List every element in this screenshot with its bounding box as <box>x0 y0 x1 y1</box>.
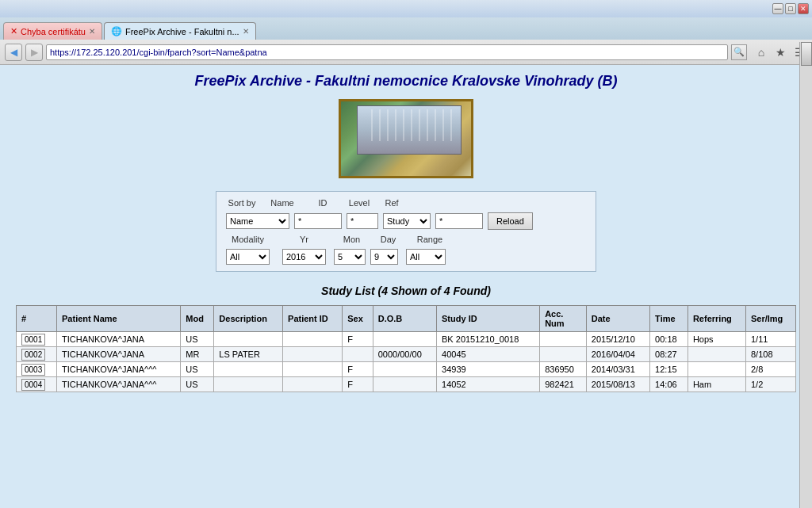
sex: F <box>347 380 353 389</box>
date: 2014/03/31 <box>592 365 635 374</box>
description: LS PATER <box>219 349 260 359</box>
range-select[interactable]: All <box>406 249 446 265</box>
study-id: BK 20151210_0018 <box>442 334 519 344</box>
study-id: 14052 <box>442 380 466 389</box>
col-description: Description <box>214 306 283 332</box>
ref-label: Ref <box>380 198 404 208</box>
ref-input[interactable] <box>435 213 483 229</box>
mon-select[interactable]: 5 <box>334 249 366 265</box>
col-patient-id: Patient ID <box>283 306 343 332</box>
page-title: FreePix Archive - Fakultni nemocnice Kra… <box>16 73 796 90</box>
page-content: FreePix Archive - Fakultni nemocnice Kra… <box>0 65 812 508</box>
row-num: 0002 <box>21 349 45 361</box>
level-select[interactable]: Study <box>383 213 431 229</box>
col-dob: D.O.B <box>373 306 436 332</box>
tab-error-close[interactable]: ✕ <box>89 27 95 36</box>
search-button[interactable]: 🔍 <box>731 44 747 60</box>
filter-row-3: Modality Yr Mon Day Range <box>226 235 586 244</box>
tab-active-close[interactable]: ✕ <box>243 27 249 36</box>
study-id: 40045 <box>442 349 466 359</box>
study-table: # Patient Name Mod Description Patient I… <box>16 305 796 392</box>
title-bar: — □ ✕ <box>0 0 812 17</box>
day-select[interactable]: 9 <box>370 249 398 265</box>
col-acc-num: Acc.Num <box>540 306 587 332</box>
maximize-button[interactable]: □ <box>785 3 796 14</box>
sex: F <box>347 334 353 344</box>
study-id: 34939 <box>442 365 466 374</box>
tab-error-icon: ✕ <box>10 26 17 36</box>
time: 08:27 <box>655 349 677 359</box>
tab-error[interactable]: ✕ Chyba certifikátu ✕ <box>3 22 102 40</box>
home-icon[interactable]: ⌂ <box>753 44 769 60</box>
sort-by-select[interactable]: Name <box>226 213 289 229</box>
sex: F <box>347 365 353 374</box>
col-date: Date <box>586 306 649 332</box>
range-label: Range <box>410 235 450 244</box>
time: 00:18 <box>655 334 677 344</box>
patient-name: TICHANKOVA^JANA <box>62 349 144 359</box>
yr-select[interactable]: 2016 <box>282 249 326 265</box>
tab-favicon: 🌐 <box>111 26 122 36</box>
modality-label: Modality <box>226 235 270 244</box>
forward-button[interactable]: ▶ <box>25 44 43 61</box>
level-label: Level <box>343 198 375 208</box>
col-time: Time <box>650 306 688 332</box>
address-bar: ◀ ▶ 🔍 ⌂ ★ ☰ <box>0 40 812 65</box>
col-sex: Sex <box>343 306 373 332</box>
window-controls[interactable]: — □ ✕ <box>772 3 809 14</box>
back-button[interactable]: ◀ <box>5 44 22 61</box>
hospital-image <box>339 99 473 178</box>
col-study-id: Study ID <box>437 306 540 332</box>
ser-img: 1/11 <box>751 334 768 344</box>
filter-row-1: Sort by Name ID Level Ref <box>226 198 586 208</box>
ser-img: 8/108 <box>751 349 773 359</box>
table-row[interactable]: 0002TICHANKOVA^JANAMRLS PATER0000/00/004… <box>17 347 796 362</box>
study-list-title: Study List (4 Shown of 4 Found) <box>16 285 796 297</box>
id-input[interactable] <box>347 213 378 229</box>
date: 2015/12/10 <box>592 334 635 344</box>
scrollbar[interactable] <box>799 42 812 508</box>
table-header-row: # Patient Name Mod Description Patient I… <box>17 306 796 332</box>
table-row[interactable]: 0004TICHANKOVA^JANA^^^USF140529824212015… <box>17 377 796 392</box>
table-row[interactable]: 0001TICHANKOVA^JANAUSFBK 20151210_001820… <box>17 332 796 347</box>
referring: Ham <box>693 380 711 389</box>
time: 12:15 <box>655 365 677 374</box>
ser-img: 1/2 <box>751 380 763 389</box>
row-num: 0003 <box>21 364 45 376</box>
patient-name: TICHANKOVA^JANA <box>62 334 144 344</box>
acc-num: 836950 <box>545 365 574 374</box>
tab-error-label[interactable]: Chyba certifikátu <box>21 27 86 36</box>
name-label: Name <box>262 198 302 208</box>
date: 2015/08/13 <box>592 380 635 389</box>
patient-name: TICHANKOVA^JANA^^^ <box>62 380 156 389</box>
minimize-button[interactable]: — <box>772 3 783 14</box>
mod: MR <box>186 349 199 359</box>
mod: US <box>186 380 197 389</box>
acc-num: 982421 <box>545 380 574 389</box>
referring: Hops <box>693 334 714 344</box>
filter-row-2: Name Study Reload <box>226 212 586 230</box>
col-referring: Referring <box>688 306 745 332</box>
close-button[interactable]: ✕ <box>798 3 809 14</box>
row-num: 0001 <box>21 334 45 346</box>
name-input[interactable] <box>294 213 342 229</box>
tab-bar: ✕ Chyba certifikátu ✕ 🌐 FreePix Archive … <box>0 17 812 40</box>
mon-label: Mon <box>334 235 370 244</box>
modality-select[interactable]: All <box>226 249 270 265</box>
patient-name: TICHANKOVA^JANA^^^ <box>62 365 156 374</box>
table-row[interactable]: 0003TICHANKOVA^JANA^^^USF349398369502014… <box>17 362 796 377</box>
filter-form: Sort by Name ID Level Ref Name Study Rel… <box>216 191 596 272</box>
address-input[interactable] <box>46 44 728 60</box>
scrollbar-thumb[interactable] <box>801 42 812 66</box>
dob: 0000/00/00 <box>378 349 422 359</box>
mod: US <box>186 334 197 344</box>
favorites-icon[interactable]: ★ <box>772 44 788 60</box>
mod: US <box>186 365 197 374</box>
reload-button[interactable]: Reload <box>488 212 533 230</box>
sort-by-label: Sort by <box>226 198 258 208</box>
id-label: ID <box>307 198 339 208</box>
tab-active-label[interactable]: FreePix Archive - Fakultni n... <box>125 27 239 36</box>
day-label: Day <box>374 235 402 244</box>
tab-active[interactable]: 🌐 FreePix Archive - Fakultni n... ✕ <box>104 22 256 40</box>
col-num: # <box>17 306 57 332</box>
